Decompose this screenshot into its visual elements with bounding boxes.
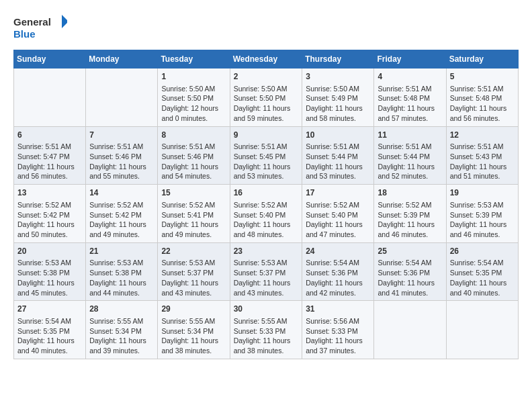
day-info: Daylight: 11 hours (89, 278, 154, 288)
day-info: and 46 minutes. (450, 230, 515, 240)
day-info: Sunrise: 5:55 AM (161, 316, 226, 326)
header-cell-friday: Friday (374, 50, 446, 68)
day-info: Daylight: 11 hours (306, 162, 370, 172)
day-info: and 40 minutes. (450, 288, 515, 298)
day-info: Sunset: 5:46 PM (89, 152, 154, 162)
day-info: Daylight: 12 hours (161, 103, 226, 113)
day-info: Daylight: 11 hours (234, 162, 299, 172)
day-number: 27 (17, 304, 82, 315)
calendar-cell: 14Sunrise: 5:52 AMSunset: 5:42 PMDayligh… (86, 185, 158, 243)
day-info: Sunrise: 5:51 AM (378, 142, 442, 152)
header-cell-thursday: Thursday (302, 50, 374, 68)
day-number: 23 (234, 246, 299, 257)
day-info: Sunrise: 5:54 AM (306, 258, 370, 268)
day-info: Daylight: 11 hours (378, 278, 442, 288)
day-info: Daylight: 11 hours (234, 220, 299, 230)
day-info: Sunrise: 5:55 AM (234, 316, 299, 326)
week-row-2: 6Sunrise: 5:51 AMSunset: 5:47 PMDaylight… (14, 126, 519, 185)
day-info: Sunrise: 5:56 AM (306, 316, 370, 326)
day-number: 16 (234, 187, 299, 199)
day-number: 20 (17, 246, 82, 257)
calendar-cell: 30Sunrise: 5:55 AMSunset: 5:33 PMDayligh… (230, 301, 302, 359)
calendar-cell: 15Sunrise: 5:52 AMSunset: 5:41 PMDayligh… (158, 185, 230, 243)
day-number: 7 (89, 130, 154, 141)
day-info: Daylight: 11 hours (450, 162, 515, 172)
day-info: and 57 minutes. (378, 113, 442, 124)
day-info: Sunrise: 5:51 AM (17, 142, 82, 152)
day-info: and 55 minutes. (89, 171, 154, 181)
day-info: and 52 minutes. (378, 171, 442, 181)
logo-svg: General Blue (13, 13, 67, 43)
calendar-cell: 16Sunrise: 5:52 AMSunset: 5:40 PMDayligh… (230, 185, 302, 243)
week-row-1: 1Sunrise: 5:50 AMSunset: 5:50 PMDaylight… (14, 68, 519, 127)
day-info: Daylight: 11 hours (234, 103, 299, 113)
day-info: Daylight: 11 hours (450, 278, 515, 288)
day-info: and 46 minutes. (378, 230, 442, 240)
calendar-cell: 5Sunrise: 5:51 AMSunset: 5:48 PMDaylight… (446, 68, 518, 127)
calendar-cell: 28Sunrise: 5:55 AMSunset: 5:34 PMDayligh… (86, 301, 158, 359)
day-info: Sunset: 5:45 PM (234, 152, 299, 162)
day-info: and 54 minutes. (161, 171, 226, 181)
day-info: Sunrise: 5:53 AM (450, 200, 515, 210)
day-number: 22 (161, 246, 226, 257)
day-info: Daylight: 11 hours (161, 336, 226, 346)
day-info: Sunset: 5:49 PM (306, 93, 370, 103)
day-info: and 43 minutes. (234, 288, 299, 298)
day-info: and 50 minutes. (17, 230, 82, 240)
day-number: 9 (234, 130, 299, 141)
day-info: Sunrise: 5:52 AM (17, 200, 82, 210)
day-info: Daylight: 11 hours (89, 220, 154, 230)
calendar-cell: 22Sunrise: 5:53 AMSunset: 5:37 PMDayligh… (158, 242, 230, 301)
calendar-cell: 31Sunrise: 5:56 AMSunset: 5:33 PMDayligh… (302, 301, 374, 359)
week-row-4: 20Sunrise: 5:53 AMSunset: 5:38 PMDayligh… (14, 242, 519, 301)
day-info: and 37 minutes. (306, 346, 370, 356)
day-info: and 51 minutes. (450, 171, 515, 181)
day-info: Sunset: 5:42 PM (89, 210, 154, 220)
day-number: 19 (450, 187, 515, 199)
day-info: Daylight: 11 hours (306, 278, 370, 288)
day-number: 1 (161, 71, 226, 83)
day-info: Daylight: 11 hours (450, 103, 515, 113)
day-number: 3 (306, 71, 370, 83)
calendar-cell: 3Sunrise: 5:50 AMSunset: 5:49 PMDaylight… (302, 68, 374, 127)
day-info: Sunset: 5:39 PM (378, 210, 442, 220)
calendar-cell: 19Sunrise: 5:53 AMSunset: 5:39 PMDayligh… (446, 185, 518, 243)
day-info: Daylight: 11 hours (17, 220, 82, 230)
header-cell-saturday: Saturday (446, 50, 518, 68)
day-info: Sunrise: 5:53 AM (89, 258, 154, 268)
day-info: and 48 minutes. (234, 230, 299, 240)
day-info: Sunset: 5:37 PM (234, 268, 299, 278)
day-info: Daylight: 11 hours (161, 162, 226, 172)
header-cell-sunday: Sunday (14, 50, 86, 68)
day-info: Sunrise: 5:52 AM (306, 200, 370, 210)
day-info: Sunset: 5:48 PM (450, 93, 515, 103)
day-info: Sunset: 5:36 PM (378, 268, 442, 278)
day-info: Sunrise: 5:50 AM (234, 84, 299, 94)
calendar-cell (86, 68, 158, 127)
day-info: and 40 minutes. (17, 346, 82, 356)
day-info: Sunrise: 5:50 AM (306, 84, 370, 94)
day-info: Sunrise: 5:54 AM (17, 316, 82, 326)
day-info: Sunset: 5:38 PM (17, 268, 82, 278)
day-info: Daylight: 11 hours (234, 336, 299, 346)
day-info: Sunset: 5:42 PM (17, 210, 82, 220)
day-info: Daylight: 11 hours (306, 103, 370, 113)
header-cell-tuesday: Tuesday (158, 50, 230, 68)
day-number: 12 (450, 130, 515, 141)
calendar-cell: 23Sunrise: 5:53 AMSunset: 5:37 PMDayligh… (230, 242, 302, 301)
day-info: Daylight: 11 hours (378, 103, 442, 113)
day-number: 8 (161, 130, 226, 141)
day-info: Daylight: 11 hours (450, 220, 515, 230)
calendar-cell: 13Sunrise: 5:52 AMSunset: 5:42 PMDayligh… (14, 185, 86, 243)
day-info: Daylight: 11 hours (378, 220, 442, 230)
svg-text:Blue: Blue (13, 28, 36, 40)
day-info: and 49 minutes. (89, 230, 154, 240)
day-info: Daylight: 11 hours (17, 162, 82, 172)
calendar-cell: 10Sunrise: 5:51 AMSunset: 5:44 PMDayligh… (302, 126, 374, 185)
calendar-cell: 12Sunrise: 5:51 AMSunset: 5:43 PMDayligh… (446, 126, 518, 185)
calendar-cell: 29Sunrise: 5:55 AMSunset: 5:34 PMDayligh… (158, 301, 230, 359)
day-info: Sunrise: 5:54 AM (450, 258, 515, 268)
day-info: Sunrise: 5:50 AM (161, 84, 226, 94)
day-info: Sunrise: 5:54 AM (378, 258, 442, 268)
svg-marker-2 (62, 15, 67, 28)
